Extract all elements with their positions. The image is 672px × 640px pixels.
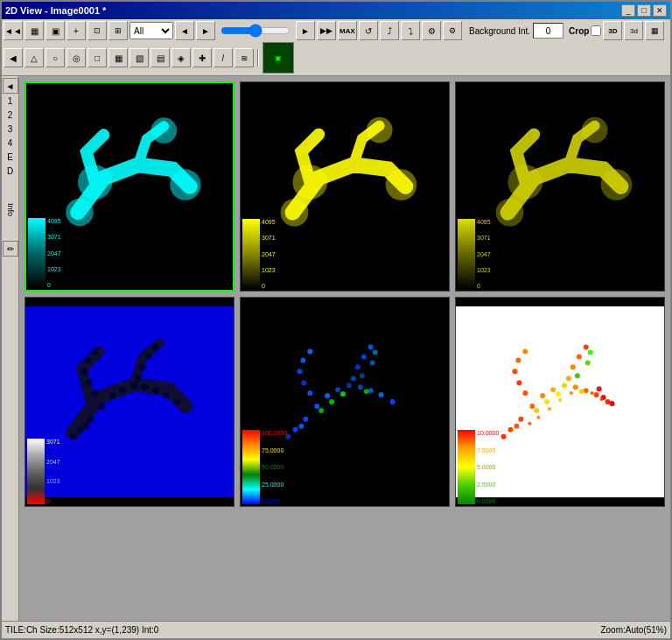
svg-point-98 xyxy=(528,422,531,425)
svg-point-92 xyxy=(575,373,580,378)
image-cell-top-2[interactable]: 4095 3071 2047 1023 0 xyxy=(240,81,450,292)
grid-icon: ▦ xyxy=(31,26,38,36)
channel-dropdown[interactable]: All xyxy=(130,22,173,39)
svg-point-49 xyxy=(297,369,302,374)
max-label: MAX xyxy=(340,27,355,35)
channel-3-label[interactable]: 3 xyxy=(8,123,13,136)
scale-label-5-bot: 0.0000 xyxy=(262,498,287,504)
maximize-button[interactable]: □ xyxy=(637,4,651,17)
import-button[interactable]: ⤵ xyxy=(401,21,420,40)
close-button[interactable]: ✕ xyxy=(653,4,667,17)
extra-icon: ▦ xyxy=(651,26,659,35)
channel-4-label[interactable]: 4 xyxy=(8,137,13,150)
max-button[interactable]: MAX xyxy=(338,21,357,40)
svg-point-52 xyxy=(351,376,356,381)
circle-tool-button[interactable]: ○ xyxy=(46,48,65,67)
pencil-tool[interactable]: ✏ xyxy=(3,241,18,257)
svg-point-55 xyxy=(368,345,374,350)
minimize-button[interactable]: _ xyxy=(621,4,635,17)
settings-icon: ⚙ xyxy=(428,26,436,36)
select-button[interactable]: ⊞ xyxy=(108,21,128,40)
channel-D-label[interactable]: D xyxy=(7,165,13,178)
lines-tool-button[interactable]: ▤ xyxy=(150,48,170,67)
svg-point-22 xyxy=(152,387,159,394)
wave-tool-button[interactable]: ≋ xyxy=(234,48,254,67)
svg-point-12 xyxy=(582,117,608,144)
cross-tool-button[interactable]: ✚ xyxy=(192,48,212,67)
svg-point-90 xyxy=(556,391,561,397)
grid-tool-button[interactable]: ▦ xyxy=(108,48,128,67)
svg-point-103 xyxy=(591,391,594,395)
thumbnail-button[interactable]: ▣ xyxy=(262,42,294,74)
svg-point-89 xyxy=(544,399,550,404)
scale-label-5-3: 50.0000 xyxy=(262,464,287,470)
image-cell-bot-1[interactable]: 3071 2047 1023 0 xyxy=(24,297,234,507)
next-frame-button[interactable]: ► xyxy=(196,21,215,40)
pencil-icon: ✏ xyxy=(7,244,14,254)
image-cell-top-1[interactable]: 4095 3071 2047 1023 0 xyxy=(24,81,234,292)
grid2-button[interactable]: ▣ xyxy=(46,21,65,40)
svg-point-84 xyxy=(584,345,589,350)
channel-E-label[interactable]: E xyxy=(7,151,13,164)
fast-forward-icon: ▶▶ xyxy=(320,26,332,35)
fit-button[interactable]: ⊡ xyxy=(88,21,107,40)
svg-point-86 xyxy=(514,424,519,429)
svg-point-61 xyxy=(340,391,346,397)
diamond-tool-button[interactable]: ◈ xyxy=(172,48,191,67)
scale-label-1-top: 4095 xyxy=(47,218,61,224)
frame-slider[interactable] xyxy=(220,24,290,38)
square-icon: □ xyxy=(94,53,100,63)
triangle-tool-button[interactable]: △ xyxy=(24,48,44,67)
extra-button[interactable]: ▦ xyxy=(645,21,664,40)
arrow-tool-button[interactable]: ◀ xyxy=(4,48,23,67)
scale-labels-2: 4095 3071 2047 1023 0 xyxy=(262,219,276,289)
prev-frame-button[interactable]: ◄ xyxy=(175,21,194,40)
fast-forward-button[interactable]: ▶▶ xyxy=(317,21,336,40)
svg-point-17 xyxy=(98,403,105,410)
play-button[interactable]: ► xyxy=(296,21,315,40)
wave-icon: ≋ xyxy=(241,53,248,63)
arrow-tool-icon: ◀ xyxy=(10,53,17,63)
svg-point-13 xyxy=(601,169,633,200)
scale-labels-3: 4095 3071 2047 1023 0 xyxy=(477,219,491,289)
back-button[interactable]: ◄◄ xyxy=(4,21,23,40)
toolbar-row-1: ◄◄ ▦ ▣ + ⊡ ⊞ All ◄ xyxy=(4,21,668,40)
crop-label: Crop xyxy=(569,26,589,36)
3d-side-button[interactable]: 3d xyxy=(624,21,643,40)
settings-button[interactable]: ⚙ xyxy=(422,21,441,40)
scale-label-1-bot: 0 xyxy=(47,282,61,288)
scale-3: 4095 3071 2047 1023 0 xyxy=(458,219,491,289)
square-tool-button[interactable]: □ xyxy=(88,48,107,67)
svg-point-1 xyxy=(78,165,112,199)
scale-bar-3 xyxy=(458,219,475,289)
scale-labels-4: 3071 2047 1023 0 xyxy=(46,439,60,504)
image-cell-bot-2[interactable]: 100.0000 75.0000 50.0000 25.0000 0.0000 xyxy=(240,297,450,507)
zoom-fit-button[interactable]: + xyxy=(66,21,86,40)
svg-point-50 xyxy=(300,357,305,362)
channel-1-label[interactable]: 1 xyxy=(8,95,13,108)
svg-point-73 xyxy=(584,388,589,393)
svg-point-74 xyxy=(594,392,599,397)
grid-view-button[interactable]: ▦ xyxy=(24,21,44,40)
rotate-button[interactable]: ↺ xyxy=(359,21,378,40)
svg-point-96 xyxy=(610,401,615,406)
target-tool-button[interactable]: ◎ xyxy=(66,48,86,67)
scale-label-5-4: 25.0000 xyxy=(262,482,287,488)
toolbar-row-2: ◀ △ ○ ◎ □ ▦ ▧ ▤ ◈ xyxy=(4,42,668,74)
svg-point-68 xyxy=(529,404,535,409)
pattern-tool-button[interactable]: ▧ xyxy=(130,48,149,67)
svg-point-33 xyxy=(152,344,159,351)
tool-arrow[interactable]: ◄ xyxy=(3,78,18,94)
crop-checkbox[interactable] xyxy=(591,25,601,36)
export-button[interactable]: ⤴ xyxy=(380,21,399,40)
svg-point-38 xyxy=(303,417,308,422)
status-bar: TILE:Ch Size:512x512 x,y=(1,239) Int:0 Z… xyxy=(2,621,670,638)
bg-int-input[interactable] xyxy=(533,23,564,39)
diamond-icon: ◈ xyxy=(178,53,185,63)
image-cell-bot-3[interactable]: 10.0000 7.5000 5.0000 2.5000 0.0000 xyxy=(455,297,665,507)
image-cell-top-3[interactable]: 4095 3071 2047 1023 0 xyxy=(455,81,665,292)
channel-2-label[interactable]: 2 xyxy=(8,109,13,122)
config-button[interactable]: ⚙ xyxy=(443,21,462,40)
slash-tool-button[interactable]: / xyxy=(214,48,233,67)
3d-button[interactable]: 3D xyxy=(603,21,622,40)
